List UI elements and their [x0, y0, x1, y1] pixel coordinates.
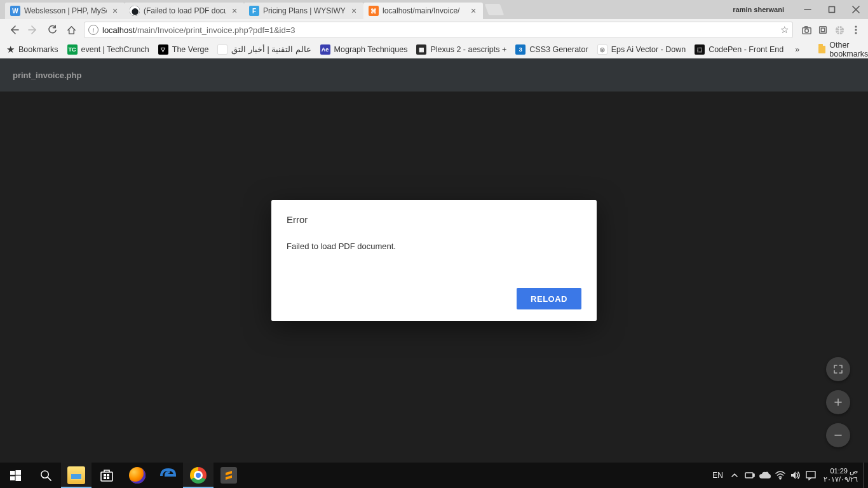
- search-button[interactable]: [31, 463, 61, 488]
- new-tab-button[interactable]: [485, 4, 505, 15]
- taskbar-left: [0, 463, 244, 488]
- forward-button[interactable]: [24, 21, 42, 39]
- tab-0-close-icon[interactable]: ×: [111, 6, 119, 15]
- url-text: localhost/main/Invoice/print_invoice.php…: [102, 25, 295, 35]
- tab-1-close-icon[interactable]: ×: [230, 6, 239, 15]
- svg-point-7: [804, 29, 808, 32]
- extension-box-icon[interactable]: [816, 23, 830, 37]
- task-chrome[interactable]: [183, 463, 214, 488]
- svg-rect-30: [104, 477, 106, 480]
- folder-icon: [818, 46, 825, 53]
- bookmark-1-label: The Verge: [172, 45, 209, 54]
- other-bookmarks[interactable]: Other bookmarks: [818, 41, 868, 58]
- fit-page-button[interactable]: [826, 357, 850, 381]
- address-bar[interactable]: i localhost/main/Invoice/print_invoice.p…: [84, 22, 793, 38]
- tab-0[interactable]: W Webslesson | PHP, MySql ×: [5, 3, 125, 19]
- svg-rect-18: [10, 470, 15, 475]
- svg-point-13: [855, 29, 857, 30]
- bookmark-item-1[interactable]: ▽The Verge: [158, 44, 209, 55]
- tray-notifications-icon[interactable]: [803, 463, 818, 488]
- svg-rect-35: [806, 471, 815, 478]
- site-info-icon[interactable]: i: [88, 25, 98, 35]
- svg-rect-26: [71, 474, 81, 479]
- start-button[interactable]: [0, 463, 31, 488]
- windows-taskbar: EN ص 01:29 ٢٠١٧/٠٩/٢٦: [0, 463, 868, 488]
- tab-1[interactable]: ⬤ (Failed to load PDF document ×: [125, 3, 244, 19]
- zoom-in-button[interactable]: [826, 390, 850, 414]
- tray-volume-icon[interactable]: [788, 463, 803, 488]
- bookmark-7-icon: ⬚: [695, 44, 705, 55]
- task-explorer[interactable]: [61, 463, 92, 488]
- document-name: print_invoice.php: [13, 71, 81, 80]
- task-store[interactable]: [92, 463, 122, 488]
- svg-rect-8: [804, 26, 807, 27]
- clock-ampm: ص: [850, 467, 858, 475]
- bookmark-5-icon: 3: [515, 44, 526, 55]
- tray-expand-icon[interactable]: [727, 463, 742, 488]
- taskbar-right: EN ص 01:29 ٢٠١٧/٠٩/٢٦: [709, 463, 868, 488]
- tab-3-favicon: ⌘: [369, 6, 379, 16]
- browser-toolbar: i localhost/main/Invoice/print_invoice.p…: [0, 19, 868, 41]
- svg-rect-28: [104, 474, 106, 477]
- svg-rect-10: [821, 28, 824, 31]
- bookmark-item-7[interactable]: ⬚CodePen - Front End: [695, 44, 783, 55]
- svg-rect-25: [71, 471, 75, 473]
- minimize-button[interactable]: [796, 0, 820, 19]
- dialog-message: Failed to load PDF document.: [287, 241, 581, 251]
- zoom-out-button[interactable]: [826, 423, 850, 447]
- home-button[interactable]: [62, 21, 80, 39]
- task-sublime[interactable]: [214, 463, 244, 488]
- tray-onedrive-icon[interactable]: [757, 463, 773, 488]
- browser-tabstrip: W Webslesson | PHP, MySql × ⬤ (Failed to…: [0, 0, 868, 19]
- task-edge[interactable]: [153, 463, 183, 488]
- show-desktop-button[interactable]: [863, 463, 867, 488]
- tray-battery-icon[interactable]: [742, 463, 757, 488]
- reload-dialog-button[interactable]: RELOAD: [517, 288, 581, 309]
- translate-icon[interactable]: [832, 23, 846, 37]
- bookmark-5-label: CSS3 Generator: [529, 45, 588, 54]
- reload-button[interactable]: [43, 21, 61, 39]
- svg-point-12: [855, 25, 857, 27]
- bookmark-item-4[interactable]: ▦Plexus 2 - aescripts +: [416, 44, 506, 55]
- bookmarks-label-text: Bookmarks: [18, 45, 58, 54]
- task-firefox[interactable]: [122, 463, 153, 488]
- tab-3-close-icon[interactable]: ×: [469, 6, 478, 15]
- bookmark-4-label: Plexus 2 - aescripts +: [430, 45, 506, 54]
- input-language[interactable]: EN: [709, 471, 727, 480]
- close-window-button[interactable]: [844, 0, 868, 19]
- tab-3[interactable]: ⌘ localhost/main/Invoice/ ×: [363, 3, 483, 19]
- back-button[interactable]: [5, 21, 23, 39]
- bookmark-0-label: event | TechCrunch: [81, 45, 149, 54]
- tray-wifi-icon[interactable]: [773, 463, 788, 488]
- window-controls: ramin sherwani: [733, 0, 868, 19]
- clock-date: ٢٠١٧/٠٩/٢٦: [824, 475, 858, 484]
- bookmark-item-0[interactable]: TCevent | TechCrunch: [67, 44, 149, 55]
- bookmark-item-3[interactable]: AeMograph Techniques: [320, 44, 408, 55]
- svg-rect-21: [15, 475, 21, 481]
- bookmark-2-label: عالم التقنية | أخبار التق: [231, 44, 311, 54]
- bookmarks-overflow-icon[interactable]: »: [792, 45, 801, 54]
- camera-icon[interactable]: [799, 23, 813, 37]
- bookmark-star-icon[interactable]: ☆: [780, 24, 789, 36]
- taskbar-clock[interactable]: ص 01:29 ٢٠١٧/٠٩/٢٦: [818, 467, 863, 484]
- bookmark-1-icon: ▽: [158, 44, 168, 55]
- bookmark-7-label: CodePen - Front End: [709, 45, 783, 54]
- tab-3-title: localhost/main/Invoice/: [383, 6, 465, 15]
- url-path: /main/Invoice/print_invoice.php?pdf=1&id…: [135, 25, 295, 35]
- profile-name[interactable]: ramin sherwani: [733, 6, 784, 13]
- bookmark-item-2[interactable]: عالم التقنية | أخبار التق: [217, 44, 311, 55]
- url-host: localhost: [102, 25, 135, 35]
- tab-2-favicon: F: [249, 6, 259, 16]
- tab-2[interactable]: F Pricing Plans | WYSIWYG ×: [244, 3, 363, 19]
- svg-rect-33: [753, 474, 754, 477]
- bookmark-item-6[interactable]: ◎Eps Ai Vector - Down: [597, 44, 686, 55]
- tab-2-close-icon[interactable]: ×: [349, 6, 358, 15]
- svg-point-34: [780, 478, 781, 479]
- maximize-button[interactable]: [820, 0, 844, 19]
- bookmark-item-5[interactable]: 3CSS3 Generator: [515, 44, 588, 55]
- bookmarks-label[interactable]: ★ Bookmarks: [6, 44, 58, 55]
- bookmark-6-label: Eps Ai Vector - Down: [611, 45, 686, 54]
- dialog-actions: RELOAD: [287, 288, 581, 309]
- menu-icon[interactable]: [849, 23, 863, 37]
- svg-rect-32: [745, 473, 753, 478]
